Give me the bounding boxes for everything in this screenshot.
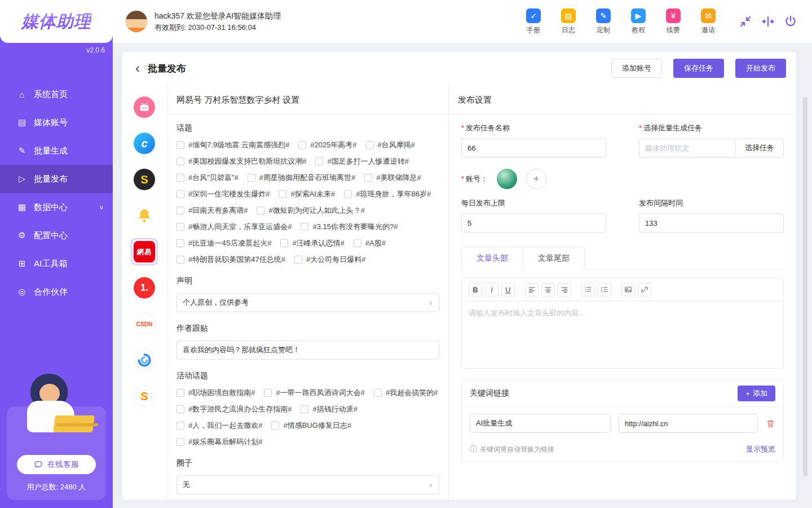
- sidebar-item-home[interactable]: ⌂ 系统首页: [0, 80, 113, 108]
- activity-topic-option[interactable]: #一带一路西凤酒诗词大会#: [264, 388, 364, 398]
- platform-sohu[interactable]: S: [131, 383, 158, 410]
- shortcut-tutorial[interactable]: ▶ 教程: [627, 8, 650, 35]
- platform-sogou[interactable]: S: [131, 166, 158, 193]
- add-account-button[interactable]: 添加账号: [611, 59, 662, 78]
- sidebar-item-ai-toolbox[interactable]: ⊞ AI工具箱: [0, 249, 113, 278]
- editor-content[interactable]: 请输入发布时插入文章头部的内容...: [462, 301, 783, 368]
- sidebar-item-media-accounts[interactable]: ▤ 媒体账号: [0, 108, 113, 137]
- activity-topic-option[interactable]: #人，我们一起去撒欢#: [176, 421, 262, 431]
- checkbox-icon[interactable]: [176, 223, 184, 231]
- checkbox-icon[interactable]: [176, 190, 184, 198]
- gen-task-input[interactable]: [639, 138, 736, 157]
- add-account-circle-button[interactable]: +: [526, 169, 546, 189]
- checkbox-icon[interactable]: [257, 207, 264, 214]
- checkbox-icon[interactable]: [176, 405, 184, 413]
- platform-netease[interactable]: 網易: [131, 238, 158, 265]
- user-avatar[interactable]: [125, 10, 148, 33]
- topic-option[interactable]: #微短剧为何让人如此上头？#: [257, 205, 364, 216]
- checkbox-icon[interactable]: [264, 389, 272, 397]
- online-support-button[interactable]: 在线客服: [17, 455, 96, 474]
- fit-window-icon[interactable]: [761, 15, 775, 28]
- interval-input[interactable]: [639, 213, 784, 233]
- sidebar-item-partners[interactable]: ◎ 合作伙伴: [0, 278, 113, 306]
- checkbox-icon[interactable]: [248, 174, 255, 182]
- checkbox-icon[interactable]: [315, 157, 323, 165]
- shortcut-logs[interactable]: ▤ 日志: [557, 8, 580, 35]
- keyword-input[interactable]: [470, 414, 611, 433]
- checkbox-icon[interactable]: [301, 223, 308, 231]
- account-avatar[interactable]: [497, 169, 517, 189]
- align-left-icon[interactable]: [525, 283, 539, 296]
- activity-topic-option[interactable]: #娱乐圈幕后解码计划#: [176, 437, 262, 447]
- insert-link-icon[interactable]: [638, 283, 651, 296]
- shortcut-invite[interactable]: ✉ 邀请: [697, 8, 720, 35]
- checkbox-icon[interactable]: [301, 405, 308, 413]
- checkbox-icon[interactable]: [280, 239, 288, 247]
- topic-option[interactable]: #A股#: [354, 238, 386, 248]
- checkbox-icon[interactable]: [176, 141, 184, 149]
- topic-option[interactable]: #国足多打一人惨遭逆转#: [315, 156, 408, 167]
- activity-topic-option[interactable]: #搞钱行动派#: [301, 404, 357, 414]
- topic-option[interactable]: #美国校园爆发支持巴勒斯坦抗议潮#: [176, 156, 306, 167]
- compress-window-icon[interactable]: [739, 15, 752, 28]
- checkbox-icon[interactable]: [366, 141, 374, 149]
- tab-article-footer[interactable]: 文章尾部: [523, 247, 585, 270]
- checkbox-icon[interactable]: [176, 422, 184, 430]
- checkbox-icon[interactable]: [176, 438, 184, 446]
- checkbox-icon[interactable]: [279, 190, 286, 198]
- topic-option[interactable]: #缅甸7.9级地震 云南震感强烈#: [176, 140, 289, 150]
- topic-option[interactable]: #周星驰御用配音石班瑜离世#: [248, 173, 355, 183]
- sidebar-item-data-center[interactable]: ▦ 数据中心 ∨: [0, 193, 113, 221]
- checkbox-icon[interactable]: [374, 389, 382, 397]
- keyword-url-input[interactable]: [619, 414, 758, 433]
- topic-option[interactable]: #美联储降息#: [364, 173, 421, 183]
- checkbox-icon[interactable]: [354, 239, 361, 247]
- select-task-button[interactable]: 选择任务: [736, 138, 784, 157]
- tab-article-header[interactable]: 文章头部: [461, 247, 523, 270]
- topic-option[interactable]: #大公司每日爆料#: [294, 255, 365, 265]
- shortcut-manual[interactable]: ✓ 手册: [522, 8, 545, 35]
- align-right-icon[interactable]: [558, 283, 571, 296]
- checkbox-icon[interactable]: [176, 174, 184, 182]
- checkbox-icon[interactable]: [176, 157, 184, 165]
- back-button[interactable]: ‹: [132, 62, 143, 75]
- bold-button[interactable]: B: [469, 283, 482, 296]
- activity-topic-option[interactable]: #职场困境自救指南#: [176, 388, 255, 398]
- align-center-icon[interactable]: [541, 283, 555, 296]
- topic-option[interactable]: #回南天有多离谱#: [176, 205, 248, 216]
- topic-option[interactable]: #特朗普就职美国第47任总统#: [176, 255, 285, 265]
- statement-select[interactable]: 个人原创，仅供参考 ∨: [176, 293, 439, 312]
- checkbox-icon[interactable]: [176, 239, 184, 247]
- shortcut-renew[interactable]: ¥ 续费: [662, 8, 685, 35]
- underline-button[interactable]: U: [501, 283, 515, 296]
- topic-option[interactable]: #琼瑶身故，享年86岁#: [344, 189, 431, 199]
- checkbox-icon[interactable]: [344, 190, 352, 198]
- shortcut-custom[interactable]: ✎ 定制: [592, 8, 615, 35]
- start-publish-button[interactable]: 开始发布: [735, 59, 786, 78]
- save-task-button[interactable]: 保存任务: [673, 59, 724, 78]
- platform-bilibili[interactable]: [131, 94, 158, 121]
- daily-limit-input[interactable]: [461, 213, 606, 233]
- platform-blue[interactable]: c: [131, 130, 158, 157]
- ordered-list-icon[interactable]: [598, 283, 611, 296]
- power-icon[interactable]: [784, 15, 797, 28]
- scrollbar-thumb[interactable]: [803, 97, 807, 476]
- topic-option[interactable]: #比亚迪一4S店凌晨起火#: [176, 238, 271, 248]
- checkbox-icon[interactable]: [176, 389, 184, 397]
- topic-option[interactable]: #汪峰承认恋情#: [280, 238, 344, 248]
- author-reply-input[interactable]: [176, 340, 439, 360]
- activity-topic-option[interactable]: #我超会搞笑的#: [374, 388, 438, 398]
- topic-option[interactable]: #探索AI未来#: [279, 189, 335, 199]
- activity-topic-option[interactable]: #数字游民之流浪办公生存指南#: [176, 404, 292, 414]
- activity-topic-option[interactable]: #情感BUG修复日志#: [271, 421, 351, 431]
- platform-csdn[interactable]: CSDN: [131, 310, 158, 338]
- insert-image-icon[interactable]: [621, 283, 635, 296]
- task-name-input[interactable]: [461, 138, 606, 157]
- circle-select[interactable]: 无 ∨: [176, 475, 439, 494]
- sidebar-item-config-center[interactable]: ⚙ 配置中心: [0, 221, 113, 249]
- checkbox-icon[interactable]: [364, 174, 372, 182]
- topic-option[interactable]: #台风"贝碧嘉"#: [176, 173, 239, 183]
- show-preview-link[interactable]: 显示预览: [746, 444, 775, 454]
- platform-swirl[interactable]: [131, 347, 158, 374]
- topic-option[interactable]: #3.15你有没有要曝光的?#: [301, 222, 398, 232]
